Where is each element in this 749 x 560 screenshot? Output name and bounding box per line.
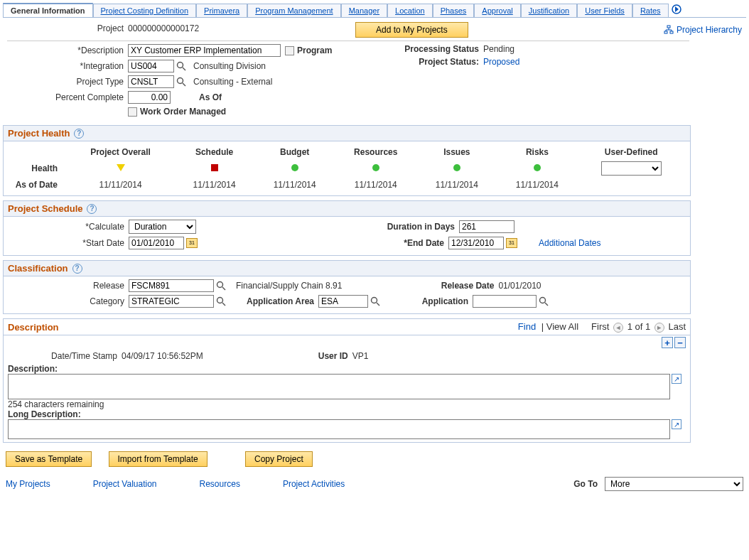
integration-label: Integration <box>7 61 128 71</box>
tab-justification[interactable]: Justification <box>521 4 577 17</box>
project-activities-link[interactable]: Project Activities <box>283 479 345 489</box>
project-schedule-section: Project Schedule ? Calculate Duration Du… <box>3 200 691 256</box>
calculate-select[interactable]: Duration <box>129 220 196 234</box>
description-input[interactable] <box>128 44 281 57</box>
svg-line-9 <box>222 287 225 290</box>
tab-bar: General Information Project Costing Defi… <box>3 3 746 18</box>
health-risks-date: 11/11/2014 <box>497 178 576 191</box>
timestamp-label: Date/Time Stamp <box>8 351 122 361</box>
category-input[interactable] <box>129 295 214 308</box>
save-as-template-button[interactable]: Save as Template <box>6 451 92 467</box>
application-input[interactable] <box>473 295 537 308</box>
view-all-label: View All <box>546 321 578 332</box>
application-lookup-icon[interactable] <box>539 296 549 306</box>
classification-help-icon[interactable]: ? <box>72 264 82 274</box>
project-schedule-title: Project Schedule <box>8 203 82 214</box>
project-hierarchy-link[interactable]: Project Hierarchy <box>664 25 742 35</box>
start-date-input[interactable] <box>129 237 184 249</box>
project-schedule-help-icon[interactable]: ? <box>87 204 97 214</box>
percent-complete-input[interactable] <box>128 91 171 104</box>
project-status-link[interactable]: Proposed <box>483 57 519 67</box>
svg-line-5 <box>183 68 185 70</box>
project-type-input[interactable] <box>128 75 174 88</box>
category-lookup-icon[interactable] <box>216 296 226 306</box>
long-description-expand-icon[interactable]: ↗ <box>672 419 681 429</box>
svg-point-6 <box>178 78 183 84</box>
my-projects-link[interactable]: My Projects <box>6 479 50 489</box>
health-schedule-indicator-icon <box>211 164 218 171</box>
end-date-input[interactable] <box>448 237 504 249</box>
project-type-desc: Consulting - External <box>193 77 272 87</box>
health-risks-indicator-icon <box>534 164 541 171</box>
add-row-button[interactable]: + <box>662 337 673 348</box>
tab-manager[interactable]: Manager <box>341 4 387 17</box>
resources-link[interactable]: Resources <box>200 479 240 489</box>
long-description-label: Long Description: <box>8 409 81 419</box>
description-field-label: Description: <box>8 364 58 374</box>
duration-input[interactable] <box>459 220 514 233</box>
import-from-template-button[interactable]: Import from Template <box>109 451 208 467</box>
svg-rect-1 <box>667 26 670 28</box>
long-description-textarea[interactable] <box>8 419 670 439</box>
next-row-icon[interactable]: ► <box>654 323 664 333</box>
project-health-help-icon[interactable]: ? <box>74 129 84 139</box>
start-date-label: Start Date <box>8 238 129 248</box>
project-type-lookup-icon[interactable] <box>176 77 186 87</box>
description-section-title: Description <box>8 322 59 333</box>
health-overall-date: 11/11/2014 <box>68 178 173 191</box>
health-row-label: Health <box>9 160 66 177</box>
project-valuation-link[interactable]: Project Valuation <box>93 479 157 489</box>
svg-point-10 <box>217 298 223 303</box>
health-col-userdefined: User-Defined <box>578 146 684 158</box>
work-order-checkbox[interactable] <box>128 107 137 117</box>
tab-user-fields[interactable]: User Fields <box>577 4 632 17</box>
tab-general-information[interactable]: General Information <box>3 3 93 17</box>
tab-program-management[interactable]: Program Management <box>247 4 340 17</box>
description-textarea[interactable] <box>8 374 670 399</box>
end-date-calendar-icon[interactable]: 31 <box>506 238 517 248</box>
prev-row-icon[interactable]: ◄ <box>613 323 623 333</box>
health-overall-indicator-icon <box>117 164 125 171</box>
calculate-label: Calculate <box>8 222 129 232</box>
release-lookup-icon[interactable] <box>216 281 226 291</box>
svg-line-7 <box>183 83 185 86</box>
integration-input[interactable] <box>128 60 174 72</box>
start-date-calendar-icon[interactable]: 31 <box>186 238 198 248</box>
health-userdefined-select[interactable] <box>601 161 662 176</box>
delete-row-button[interactable]: − <box>674 337 686 348</box>
last-label: Last <box>668 321 686 332</box>
health-budget-indicator-icon <box>291 164 298 171</box>
processing-status-label: Processing Status <box>391 44 483 54</box>
additional-dates-link[interactable]: Additional Dates <box>539 238 600 248</box>
health-col-schedule: Schedule <box>175 146 254 158</box>
classification-title: Classification <box>8 263 68 274</box>
health-col-overall: Project Overall <box>68 146 173 158</box>
goto-select[interactable]: More <box>605 477 743 491</box>
integration-lookup-icon[interactable] <box>176 61 186 71</box>
description-expand-icon[interactable]: ↗ <box>672 374 681 384</box>
apparea-lookup-icon[interactable] <box>370 296 380 306</box>
tab-rates[interactable]: Rates <box>632 4 669 17</box>
program-checkbox[interactable] <box>285 46 294 55</box>
add-to-my-projects-button[interactable]: Add to My Projects <box>355 22 468 38</box>
apparea-input[interactable] <box>318 295 368 308</box>
tab-project-costing-definition[interactable]: Project Costing Definition <box>93 4 197 17</box>
tab-approval[interactable]: Approval <box>474 4 520 17</box>
tab-primavera[interactable]: Primavera <box>196 4 247 17</box>
health-resources-indicator-icon <box>372 164 379 171</box>
first-label: First <box>591 321 609 332</box>
release-input[interactable] <box>129 279 214 292</box>
release-label: Release <box>8 281 129 291</box>
tab-scroll-right-icon[interactable] <box>669 4 684 16</box>
find-link[interactable]: Find <box>518 321 536 332</box>
health-issues-indicator-icon <box>453 164 460 171</box>
duration-label: Duration in Days <box>374 222 459 232</box>
tab-location[interactable]: Location <box>387 4 433 17</box>
description-section: Description Find | View All First ◄ 1 of… <box>3 318 691 443</box>
health-budget-date: 11/11/2014 <box>255 178 334 191</box>
svg-line-11 <box>222 303 225 306</box>
copy-project-button[interactable]: Copy Project <box>245 451 313 467</box>
svg-line-13 <box>377 303 379 306</box>
health-issues-date: 11/11/2014 <box>417 178 496 191</box>
tab-phases[interactable]: Phases <box>433 4 475 17</box>
